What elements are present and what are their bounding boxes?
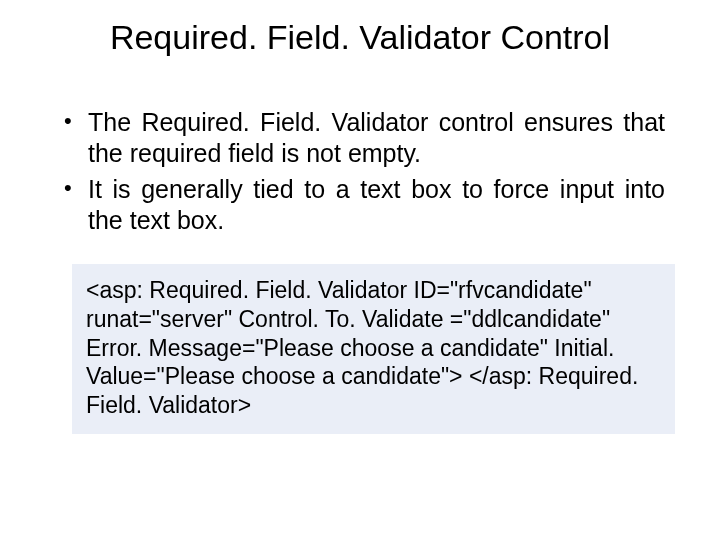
slide-body: The Required. Field. Validator control e… [60, 107, 665, 236]
bullet-list: The Required. Field. Validator control e… [60, 107, 665, 236]
bullet-item: The Required. Field. Validator control e… [60, 107, 665, 170]
slide-title: Required. Field. Validator Control [0, 18, 720, 57]
code-block: <asp: Required. Field. Validator ID="rfv… [72, 264, 675, 434]
slide: Required. Field. Validator Control The R… [0, 18, 720, 540]
bullet-item: It is generally tied to a text box to fo… [60, 174, 665, 237]
